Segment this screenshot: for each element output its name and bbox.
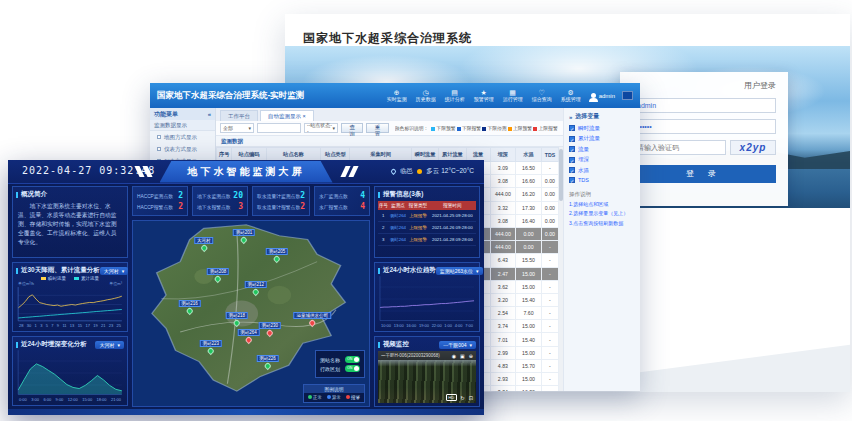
table-cell: 6.43 <box>490 254 516 267</box>
snapshot-icon[interactable]: ◉ <box>452 353 456 359</box>
map-marker[interactable]: 测站205 <box>266 248 289 262</box>
captcha-input[interactable] <box>632 140 726 155</box>
nav-item[interactable]: ⚙系统管理 <box>561 89 581 103</box>
reset-button[interactable]: 重置 <box>366 123 388 133</box>
nav-label: 运行管理 <box>503 96 523 103</box>
zoom-icon[interactable]: ⊕ <box>469 353 473 359</box>
tab-bar: 工作平台自动监测显示 × <box>216 108 563 121</box>
fullscreen-icon[interactable]: ⊡ <box>469 395 473 401</box>
map-marker[interactable]: 测站218 <box>226 312 249 326</box>
marker-label: 溢泉城供水公司 <box>294 312 332 319</box>
map-marker[interactable]: 测站226 <box>256 355 279 369</box>
depth-chart-title: 近24小时埋深变化分析 <box>16 340 87 349</box>
flow-line-chart <box>16 286 124 323</box>
map-marker[interactable]: 测站208 <box>207 268 230 282</box>
nav-item[interactable]: ⊕实时监测 <box>387 89 407 103</box>
table-cell: 7.60 <box>516 307 542 320</box>
chevron-down-icon: ▾ <box>248 125 251 131</box>
captcha-image[interactable]: x2yp <box>730 140 776 155</box>
variable-option[interactable]: ✓埋深 <box>569 156 635 163</box>
sidebar-item[interactable]: 地图方式显示 <box>150 131 215 143</box>
user-menu[interactable]: admin <box>591 91 633 100</box>
marker-label: 测站226 <box>256 355 279 362</box>
hd-badge[interactable]: HD <box>446 394 457 401</box>
video-feed[interactable]: 一千眼H-006(202003290068) ◉ ▣ ⊕ HD ↻ ⊡ <box>378 351 476 403</box>
marker-label: 测站218 <box>226 312 249 319</box>
station-search-input[interactable] <box>257 123 301 133</box>
toggle-行政区划[interactable]: ON <box>345 365 360 372</box>
variable-panel: »选择变量 ✓瞬时流量✓累计流量✓流量✓埋深✓水温✓TDS 操作说明 1.选择站… <box>564 108 640 391</box>
nav-label: 系统管理 <box>561 96 581 103</box>
map-marker[interactable]: 溢泉城供水公司 <box>294 312 332 326</box>
search-button[interactable]: 查询 <box>341 123 363 133</box>
variable-option[interactable]: ✓累计流量 <box>569 135 635 142</box>
map-marker[interactable]: 测站223 <box>200 340 223 354</box>
password-input[interactable] <box>632 119 776 134</box>
map-marker[interactable]: 大河村 <box>194 237 214 251</box>
username-input[interactable] <box>632 98 776 113</box>
map-marker[interactable]: 测站264 <box>237 329 260 343</box>
map-marker[interactable]: 测站230 <box>259 322 282 336</box>
record-icon[interactable]: ▣ <box>460 353 465 359</box>
table-cell: - <box>541 359 558 372</box>
column-header[interactable]: TDS <box>541 148 558 162</box>
map-marker[interactable]: 测站201 <box>233 229 256 243</box>
nav-item[interactable]: ◷历史数据 <box>416 89 436 103</box>
nav-item[interactable]: ▦运行管理 <box>503 89 523 103</box>
collapse-icon[interactable]: « <box>208 111 211 117</box>
dashboard-footer-decor <box>8 409 484 415</box>
table-cell: 2.54 <box>490 307 516 320</box>
column-header[interactable]: 水温 <box>516 148 542 162</box>
chevron-down-icon: ▾ <box>476 268 479 274</box>
table-cell: - <box>541 254 558 267</box>
station-map[interactable]: 大河村测站201测站205测站208测站212测站216测站218测站264测站… <box>132 220 370 407</box>
pin-icon <box>240 236 248 244</box>
level-line-chart <box>378 275 476 323</box>
flow-chart-station-select[interactable]: 大河村▾ <box>100 267 129 275</box>
station-state-select[interactable]: --站点状态--▾ <box>304 123 338 133</box>
stat-boxes: HACCP监测点数2HACCP报警点数2地下水监测点数20地下水报警点数3取水流… <box>132 186 370 216</box>
variable-option[interactable]: ✓流量 <box>569 146 635 153</box>
nav-label: 统计分析 <box>445 96 465 103</box>
table-cell: 2.93 <box>490 373 516 386</box>
table-cell: 3.09 <box>490 162 516 175</box>
county-region-shape <box>133 221 369 406</box>
chevron-down-icon: ▾ <box>122 268 125 274</box>
variable-option[interactable]: ✓水温 <box>569 167 635 174</box>
table-scrollbar[interactable] <box>559 147 563 391</box>
camera-select[interactable]: 一千眼004▾ <box>439 341 476 349</box>
nav-item[interactable]: ▤统计分析 <box>445 89 465 103</box>
depth-area-chart <box>16 349 124 397</box>
table-section-title: 监测数据 <box>216 136 563 147</box>
pin-icon <box>244 336 252 344</box>
x-axis-labels: 2830135791113151719212325 <box>16 323 124 328</box>
column-header[interactable]: 埋深 <box>490 148 516 162</box>
variable-option[interactable]: ✓瞬时流量 <box>569 125 635 132</box>
variable-option[interactable]: ✓TDS <box>569 177 635 183</box>
tab-工作平台[interactable]: 工作平台 <box>220 110 258 121</box>
x-axis-labels: 10:0013:0016:0019:0022:001:004:007:00 <box>378 323 476 328</box>
map-marker[interactable]: 测站216 <box>178 300 201 314</box>
table-cell: 0.00 <box>541 227 558 240</box>
map-marker[interactable]: 测站212 <box>244 281 267 295</box>
toggle-测站名称[interactable]: ON <box>345 356 360 363</box>
tab-自动监测显示[interactable]: 自动监测显示 × <box>260 110 314 121</box>
nav-item[interactable]: ★预警管理 <box>474 89 494 103</box>
dashboard-window: 2022-04-27 09:32:48 地下水智能监测大屏 临邑 多云 12°C… <box>8 160 484 415</box>
depth-chart-station-select[interactable]: 大河村▾ <box>95 341 124 349</box>
camera-caption: 一千眼H-006(202003290068) <box>381 353 440 358</box>
checkbox-icon <box>157 147 161 151</box>
region-select[interactable]: 全部▾ <box>220 123 254 133</box>
video-panel: 视频监控 一千眼004▾ 一千眼H-006(202003290068) ◉ ▣ … <box>374 336 480 407</box>
sidebar-group[interactable]: 监测数据显示 <box>150 120 215 131</box>
refresh-icon[interactable]: ↻ <box>461 395 465 401</box>
table-cell: 15.70 <box>516 359 542 372</box>
stat-box: 地下水监测点数20地下水报警点数3 <box>192 186 248 216</box>
table-cell: 2.99 <box>490 346 516 359</box>
table-cell: - <box>541 162 558 175</box>
avatar[interactable] <box>622 91 633 100</box>
sidebar-item[interactable]: 仪表方式显示 <box>150 143 215 155</box>
login-button[interactable]: 登 录 <box>632 165 776 183</box>
nav-item[interactable]: ♡综合查询 <box>532 89 552 103</box>
level-chart-station-select[interactable]: 监测站263水位▾ <box>436 267 483 275</box>
